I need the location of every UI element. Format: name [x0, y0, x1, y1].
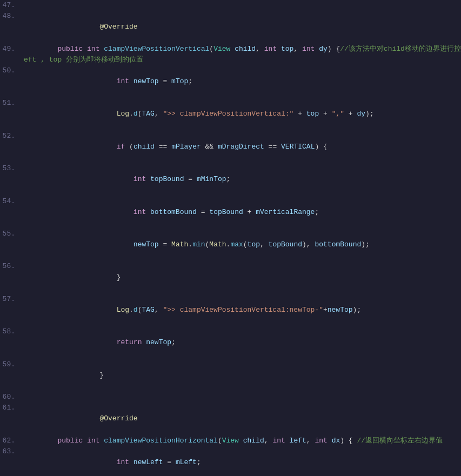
line-number: 61. [0, 403, 22, 435]
line-code: public int clampViewPositionVertical(Vie… [22, 44, 461, 65]
code-editor: 47. 48. @Override 49. public int clampVi… [0, 0, 461, 476]
line-code [22, 0, 461, 11]
table-row: 57. Log.d(TAG, ">> clampViewPositionVert… [0, 294, 461, 326]
line-number: 60. [0, 392, 22, 403]
line-code: } [22, 359, 461, 392]
line-number: 62. [0, 435, 22, 446]
table-row: 56. } [0, 261, 461, 293]
line-code: int newTop = mTop; [22, 65, 461, 98]
line-code: int topBound = mMinTop; [22, 163, 461, 196]
line-number: 50. [0, 65, 22, 98]
table-row: 49. public int clampViewPositionVertical… [0, 44, 461, 65]
line-code: public int clampViewPositionHorizontal(V… [22, 435, 461, 446]
line-number: 51. [0, 98, 22, 130]
line-code: @Override [22, 403, 461, 435]
line-number: 54. [0, 196, 22, 229]
table-row: 62. public int clampViewPositionHorizont… [0, 435, 461, 446]
table-row: 63. int newLeft = mLeft; [0, 446, 461, 476]
line-code: Log.d(TAG, ">> clampViewPositionVertical… [22, 98, 461, 130]
table-row: 51. Log.d(TAG, ">> clampViewPositionVert… [0, 98, 461, 130]
line-code: return newTop; [22, 326, 461, 359]
line-code: Log.d(TAG, ">> clampViewPositionVertical… [22, 294, 461, 326]
table-row: 52. if (child == mPlayer && mDragDirect … [0, 131, 461, 163]
line-number: 52. [0, 131, 22, 163]
line-number: 55. [0, 229, 22, 261]
table-row: 48. @Override [0, 11, 461, 43]
line-code: int newLeft = mLeft; [22, 446, 461, 476]
line-code: } [22, 261, 461, 293]
table-row: 47. [0, 0, 461, 11]
line-number: 47. [0, 0, 22, 11]
table-row: 53. int topBound = mMinTop; [0, 163, 461, 196]
line-number: 58. [0, 326, 22, 359]
line-number: 53. [0, 163, 22, 196]
table-row: 61. @Override [0, 403, 461, 435]
line-number: 48. [0, 11, 22, 43]
line-number: 57. [0, 294, 22, 326]
table-row: 58. return newTop; [0, 326, 461, 359]
line-number: 63. [0, 446, 22, 476]
table-row: 50. int newTop = mTop; [0, 65, 461, 98]
table-row: 59. } [0, 359, 461, 392]
line-number: 59. [0, 359, 22, 392]
line-number: 49. [0, 44, 22, 65]
line-code [22, 392, 461, 403]
line-number: 56. [0, 261, 22, 293]
line-code: int bottomBound = topBound + mVerticalRa… [22, 196, 461, 229]
table-row: 54. int bottomBound = topBound + mVertic… [0, 196, 461, 229]
table-row: 55. newTop = Math.min(Math.max(top, topB… [0, 229, 461, 261]
table-row: 60. [0, 392, 461, 403]
line-code: @Override [22, 11, 461, 43]
code-table: 47. 48. @Override 49. public int clampVi… [0, 0, 461, 476]
line-code: newTop = Math.min(Math.max(top, topBound… [22, 229, 461, 261]
line-code: if (child == mPlayer && mDragDirect == V… [22, 131, 461, 163]
